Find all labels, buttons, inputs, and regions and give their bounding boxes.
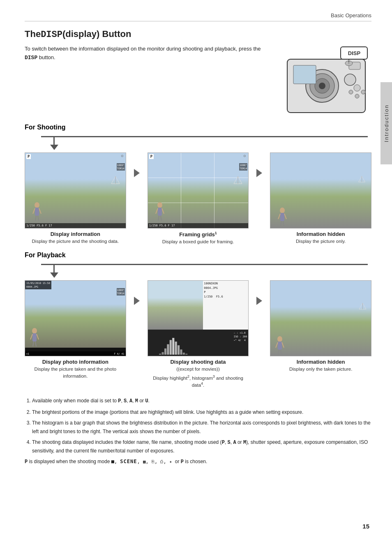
playback-thumb-1: 15/05/2010 15:50 0004.JPG ⊙1F 4/ 41 1000… [25, 280, 126, 379]
svg-line-26 [156, 208, 158, 214]
shooting-label-1: Display information [51, 231, 100, 237]
playback-sublabel-2b: Display highlight2, histogram3 and shoot… [148, 374, 249, 389]
svg-rect-52 [175, 342, 177, 355]
playback-screen-2: 100NIKON 0004.JPG P 1/250 F5.6 [148, 280, 249, 356]
svg-point-16 [35, 202, 39, 208]
side-tab: Introduction [380, 82, 392, 164]
svg-point-12 [361, 90, 365, 94]
shooting-label-2: Framing grids1 [179, 231, 217, 238]
shooting-sublabel-3: Display the picture only. [296, 238, 346, 245]
svg-rect-51 [172, 338, 174, 355]
svg-line-60 [282, 342, 284, 348]
svg-line-44 [33, 342, 34, 346]
footnote-2: The brightest portions of the image (por… [32, 408, 371, 416]
svg-line-18 [33, 208, 35, 214]
svg-point-13 [349, 90, 353, 94]
intro-block: To switch between the information displa… [25, 45, 371, 115]
svg-line-37 [283, 221, 284, 226]
svg-line-29 [161, 216, 161, 221]
shooting-thumb-3: Information hidden Display the picture o… [270, 152, 371, 245]
page-number: 15 [362, 523, 369, 530]
svg-point-57 [277, 336, 282, 342]
playback-label-2: Display shooting data [170, 359, 226, 365]
arrow-3 [130, 280, 143, 305]
svg-line-21 [38, 216, 39, 221]
playback-thumb-2: 100NIKON 0004.JPG P 1/250 F5.6 [148, 280, 249, 388]
svg-point-11 [355, 94, 359, 98]
svg-rect-58 [278, 342, 282, 350]
shooting-screen-3 [270, 152, 371, 228]
svg-text:DISP: DISP [348, 50, 361, 56]
svg-line-43 [37, 334, 39, 339]
shooting-thumb-2: P ⊙ [148, 152, 249, 245]
svg-rect-33 [280, 213, 284, 221]
playback-sublabel-3: Display only the taken picture. [289, 366, 352, 372]
svg-rect-17 [35, 208, 39, 216]
footnote-3: The histogram is a bar graph that shows … [32, 419, 371, 436]
footnote-4: The shooting data displayed includes the… [32, 438, 371, 455]
svg-point-6 [319, 83, 325, 89]
intro-text1: To switch between the information displa… [25, 46, 261, 52]
svg-point-32 [280, 208, 285, 213]
shooting-sublabel-1: Display the picture and the shooting dat… [32, 238, 119, 245]
arrow-2 [253, 152, 266, 177]
svg-line-42 [30, 334, 32, 339]
arrow-4 [253, 280, 266, 305]
playback-sublabel-1: Display the picture taken and the photo … [25, 366, 126, 379]
svg-line-35 [284, 214, 286, 219]
svg-line-45 [35, 342, 36, 346]
shooting-thumbs-row: P ⊙ [25, 152, 371, 245]
svg-rect-46 [159, 354, 161, 355]
side-tab-label: Introduction [383, 104, 390, 142]
svg-rect-41 [32, 333, 37, 342]
svg-rect-54 [180, 350, 182, 355]
svg-rect-49 [167, 344, 169, 355]
intro-text2: button. [37, 54, 55, 60]
page-header: Basic Operations [25, 12, 371, 21]
svg-rect-53 [178, 345, 180, 355]
svg-rect-56 [185, 354, 187, 355]
camera-illustration: DISP [273, 45, 371, 115]
svg-line-59 [276, 342, 278, 348]
title-disp: DISP [41, 30, 62, 40]
section-label: Basic Operations [331, 12, 371, 18]
camera-svg: DISP [285, 45, 371, 115]
title-prefix: The [25, 29, 41, 39]
intro-text: To switch between the information displa… [25, 45, 265, 62]
svg-point-8 [344, 74, 356, 85]
playback-thumb-3: Information hidden Display only the take… [270, 280, 371, 372]
svg-rect-50 [169, 340, 171, 355]
shooting-flow-arrow [25, 136, 371, 150]
svg-rect-25 [158, 208, 162, 216]
svg-line-61 [278, 350, 279, 355]
footnote-1: Available only when mode dial is set to … [32, 397, 371, 405]
svg-rect-47 [161, 352, 164, 355]
shooting-thumb-1: P ⊙ [25, 152, 126, 245]
arrow-1 [130, 152, 143, 177]
playback-thumbs-row: 15/05/2010 15:50 0004.JPG ⊙1F 4/ 41 1000… [25, 280, 371, 388]
playback-sublabel-2a: ((except for movies)) [176, 366, 219, 372]
page-title: The DISP (display) Button [25, 29, 371, 40]
footnotes: Available only when mode dial is set to … [25, 397, 371, 466]
svg-line-62 [281, 350, 281, 355]
disp-button-ref: DISP [25, 55, 37, 61]
shooting-section-title: For Shooting [25, 124, 371, 131]
shooting-screen-2: P ⊙ [148, 152, 249, 228]
svg-line-20 [35, 216, 36, 221]
svg-point-10 [354, 85, 360, 91]
playback-flow-arrow [25, 264, 371, 278]
svg-rect-14 [293, 65, 316, 84]
svg-rect-55 [182, 353, 184, 355]
svg-line-19 [39, 208, 41, 214]
svg-line-27 [162, 208, 164, 214]
p-footnote: P is displayed when the shooting mode ■,… [25, 458, 371, 466]
shooting-screen-1: P ⊙ [25, 152, 126, 228]
playback-label-3: Information hidden [297, 359, 345, 365]
playback-label-1: Display photo information [42, 359, 108, 365]
playback-section-title: For Playback [25, 252, 371, 259]
playback-screen-3 [270, 280, 371, 356]
svg-rect-48 [164, 348, 166, 355]
title-suffix: (display) Button [62, 29, 131, 39]
shooting-label-3: Information hidden [297, 231, 345, 237]
svg-line-36 [281, 221, 281, 226]
